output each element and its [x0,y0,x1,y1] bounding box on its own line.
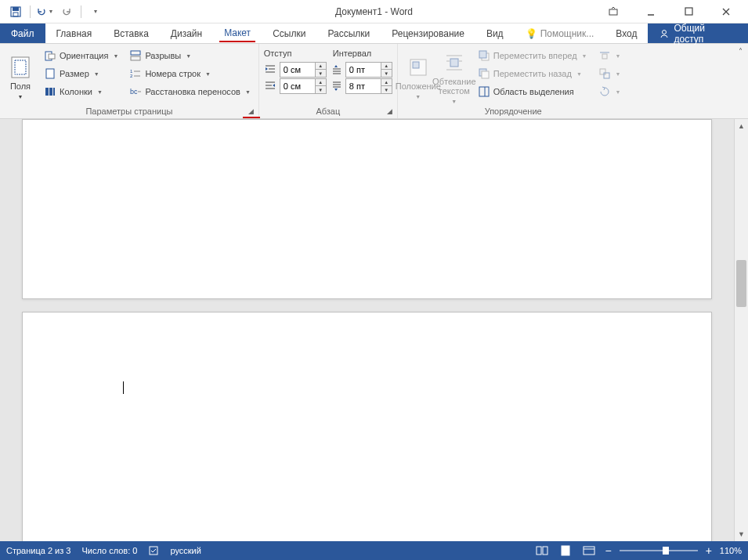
undo-button[interactable]: ▼ [35,2,54,21]
svg-text:2: 2 [130,74,133,78]
word-count[interactable]: Число слов: 0 [81,546,137,555]
chevron-up-icon: ˄ [739,47,743,56]
svg-rect-53 [604,73,609,78]
space-after-spinner[interactable]: ▲▼ [345,78,392,94]
print-layout-icon [560,545,571,556]
share-button[interactable]: Общий доступ [648,23,748,43]
svg-rect-17 [131,51,140,55]
zoom-thumb[interactable] [663,547,669,555]
indent-left-input[interactable] [280,63,315,77]
position-button[interactable]: Положение▼ [403,47,434,105]
svg-rect-18 [131,56,140,60]
group-page-setup: Поля▼ Ориентация ▼ Размер ▼ Колонки ▼ [0,44,259,118]
align-button[interactable]: ▼ [595,47,624,64]
save-button[interactable] [6,2,25,21]
print-layout-button[interactable] [558,544,573,558]
signin-button[interactable]: Вход [605,23,648,43]
page-1[interactable] [22,119,712,299]
bring-forward-button[interactable]: Переместить вперед ▼ [475,47,591,64]
tab-references[interactable]: Ссылки [262,23,316,43]
space-before-icon [330,63,342,76]
ribbon-tabs: Файл Главная Вставка Дизайн Макет Ссылки… [0,23,748,44]
tell-me-box[interactable]: 💡 Помощник... [515,23,605,43]
tell-me-label: Помощник... [540,28,594,39]
scroll-up-button[interactable]: ▲ [735,119,748,133]
breaks-button[interactable]: Разрывы ▼ [126,47,253,64]
zoom-slider[interactable] [620,550,698,551]
tab-home[interactable]: Главная [45,23,103,43]
spin-up[interactable]: ▲ [381,63,392,70]
tab-view[interactable]: Вид [475,23,515,43]
language-indicator[interactable]: русский [170,546,201,555]
space-after-input[interactable] [346,79,381,93]
minimize-button[interactable] [635,1,667,23]
web-layout-button[interactable] [581,544,597,558]
undo-icon [36,6,47,17]
size-button[interactable]: Размер ▼ [41,65,121,82]
hyphenation-button[interactable]: bc Расстановка переносов ▼ [126,83,253,100]
zoom-in-button[interactable]: + [706,544,712,557]
proofing-button[interactable] [148,545,159,556]
page-setup-dialog-launcher[interactable]: ◢ [246,106,257,117]
paragraph-dialog-launcher[interactable]: ◢ [385,106,396,117]
group-objects-button[interactable]: ▼ [595,65,624,82]
svg-rect-1 [13,7,19,11]
ribbon-display-button[interactable] [598,1,629,23]
separator [30,5,31,18]
spin-down[interactable]: ▼ [381,86,392,93]
tab-insert[interactable]: Вставка [103,23,160,43]
space-before-input[interactable] [346,63,381,77]
columns-button[interactable]: Колонки ▼ [41,83,121,100]
tab-design[interactable]: Дизайн [160,23,213,43]
zoom-level[interactable]: 110% [720,546,742,555]
maximize-button[interactable] [673,1,704,23]
tab-layout[interactable]: Макет [213,23,262,43]
line-numbers-icon: 12 [129,67,142,80]
selection-pane-icon [478,85,490,98]
indent-right-input[interactable] [280,79,315,93]
forward-icon [478,49,490,62]
rotate-button[interactable]: ▼ [595,83,624,100]
send-backward-button[interactable]: Переместить назад ▼ [475,65,591,82]
scroll-down-button[interactable]: ▼ [735,527,748,541]
tab-file[interactable]: Файл [0,23,45,43]
svg-rect-51 [602,54,607,59]
collapse-ribbon-button[interactable]: ˄ [732,44,748,118]
page-indicator[interactable]: Страница 2 из 3 [6,546,70,555]
size-label: Размер [60,69,89,78]
spin-down[interactable]: ▼ [316,70,326,77]
svg-rect-3 [609,9,617,15]
space-before-spinner[interactable]: ▲▼ [345,62,392,78]
scroll-thumb[interactable] [736,260,746,307]
close-button[interactable] [710,1,742,23]
margins-button[interactable]: Поля▼ [5,47,36,105]
wrap-text-button[interactable]: Обтекание текстом▼ [439,47,470,105]
selection-pane-button[interactable]: Область выделения [475,83,591,100]
spin-up[interactable]: ▲ [316,63,326,70]
chevron-down-icon: ▼ [582,53,587,59]
orientation-button[interactable]: Ориентация ▼ [41,47,121,64]
spin-down[interactable]: ▼ [316,86,326,93]
svg-rect-58 [584,547,594,555]
svg-text:bc: bc [130,88,138,96]
read-mode-button[interactable] [534,544,550,558]
save-icon [10,6,21,17]
chevron-down-icon: ▼ [94,71,99,77]
spin-up[interactable]: ▲ [316,79,326,86]
line-numbers-button[interactable]: 12 Номера строк ▼ [126,65,253,82]
zoom-out-button[interactable]: − [605,544,611,557]
indent-right-spinner[interactable]: ▲▼ [280,78,327,94]
chevron-down-icon: ▼ [245,89,251,95]
tab-review[interactable]: Рецензирование [381,23,475,43]
web-layout-icon [583,546,595,555]
page-2[interactable] [22,312,712,541]
vertical-scrollbar[interactable]: ▲ ▼ [734,119,748,541]
spin-up[interactable]: ▲ [381,79,392,86]
group-label-page-setup: Параметры страницы [5,105,254,118]
redo-button[interactable] [57,2,76,21]
customize-qat-button[interactable]: ▾ [86,2,105,21]
tab-mailings[interactable]: Рассылки [316,23,381,43]
document-scroll[interactable] [0,119,734,541]
spin-down[interactable]: ▼ [381,70,392,77]
indent-left-spinner[interactable]: ▲▼ [280,62,327,78]
